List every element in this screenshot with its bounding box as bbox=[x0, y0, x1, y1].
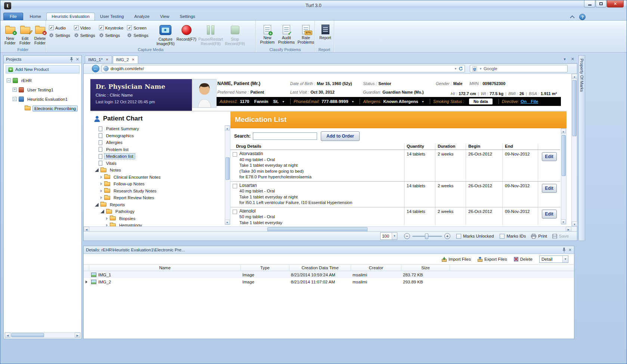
address-dropdown-icon[interactable]: ▼ bbox=[282, 100, 285, 103]
tree-item-label[interactable]: Heuristic Evaluation1 bbox=[25, 96, 69, 102]
collapse-expander-icon[interactable]: − bbox=[13, 97, 17, 101]
property-of-marks-side-tab[interactable]: Property Of Marks bbox=[578, 55, 585, 241]
phone-dropdown-icon[interactable]: ▼ bbox=[352, 100, 354, 103]
allergens-dropdown-icon[interactable]: ▼ bbox=[422, 100, 424, 103]
edit-button[interactable]: Edit bbox=[542, 184, 557, 193]
scrollbar-thumb[interactable] bbox=[572, 80, 577, 136]
search-engine-box[interactable]: g ▼ Google bbox=[470, 65, 568, 72]
expanded-arrow-icon[interactable] bbox=[95, 203, 99, 207]
back-button[interactable]: ← bbox=[92, 65, 99, 72]
chart-item-follow-up-notes[interactable]: Follow-up Notes bbox=[90, 181, 225, 188]
add-to-order-button[interactable]: Add to Order bbox=[321, 131, 360, 141]
zoom-slider[interactable] bbox=[412, 236, 442, 237]
scroll-right-icon[interactable]: ▶ bbox=[75, 333, 80, 338]
project-tree-item-heuristic-evaluation1[interactable]: −Heuristic Evaluation1 bbox=[4, 94, 81, 104]
pin-icon[interactable] bbox=[562, 248, 566, 252]
marks-ids-checkbox-row[interactable]: Marks IDs bbox=[500, 234, 526, 239]
close-panel-icon[interactable]: ✕ bbox=[568, 248, 572, 252]
collapsed-arrow-icon[interactable] bbox=[106, 224, 108, 226]
chart-item-label[interactable]: Demographics bbox=[105, 133, 135, 138]
collapsed-arrow-icon[interactable] bbox=[100, 182, 102, 185]
project-tree-item-user-testing1[interactable]: +User Testing1 bbox=[4, 85, 81, 94]
maximize-button[interactable] bbox=[596, 0, 606, 7]
collapsed-arrow-icon[interactable] bbox=[100, 189, 102, 192]
chart-item-research-study-notes[interactable]: Research Study Notes bbox=[90, 188, 225, 195]
ribbon-tab-file[interactable]: File bbox=[3, 13, 23, 20]
chart-item-label[interactable]: Notes bbox=[108, 167, 122, 173]
directive-link[interactable]: On File bbox=[521, 99, 538, 104]
details-column-creator[interactable]: Creator bbox=[351, 265, 401, 271]
ribbon-tab-settings[interactable]: Settings bbox=[174, 13, 201, 20]
new-problem-button[interactable]: + New Problem bbox=[258, 23, 277, 44]
video-settings-button[interactable]: Settings bbox=[74, 33, 95, 38]
chart-item-label[interactable]: Research Study Notes bbox=[112, 188, 158, 194]
page-vertical-scrollbar[interactable]: ▲ ▼ bbox=[571, 74, 577, 226]
screen-checkbox-row[interactable]: ✓ Screen bbox=[127, 25, 148, 30]
chart-item-label[interactable]: Clinical Encounter Notes bbox=[112, 175, 162, 180]
chart-item-label[interactable]: Hematology bbox=[118, 223, 143, 226]
scrollbar-thumb[interactable] bbox=[11, 333, 44, 337]
scroll-down-icon[interactable]: ▼ bbox=[572, 222, 577, 226]
search-engine-dropdown-icon[interactable]: ▼ bbox=[479, 67, 482, 70]
tree-item-label[interactable]: rEHR bbox=[19, 78, 34, 84]
details-column-name[interactable]: Name bbox=[89, 265, 240, 271]
new-folder-button[interactable]: + New Folder bbox=[3, 24, 18, 45]
ribbon-tab-heuristic-evaluation[interactable]: Heuristic Evaluation bbox=[46, 13, 95, 20]
zoom-out-button[interactable]: − bbox=[404, 233, 410, 239]
chart-item-patient-summary[interactable]: Patient Summary bbox=[90, 125, 225, 132]
keystroke-checkbox-row[interactable]: ✓ Keystroke bbox=[99, 25, 124, 30]
details-column-type[interactable]: Type bbox=[240, 265, 289, 271]
medication-checkbox[interactable] bbox=[233, 184, 237, 188]
close-panel-icon[interactable]: ✕ bbox=[76, 57, 79, 62]
marks-unlocked-checkbox[interactable] bbox=[456, 234, 461, 239]
refresh-icon[interactable] bbox=[459, 66, 463, 71]
audio-checkbox[interactable]: ✓ bbox=[49, 25, 54, 30]
zoom-in-button[interactable]: + bbox=[444, 233, 450, 239]
marks-ids-checkbox[interactable] bbox=[500, 234, 505, 239]
close-tab-icon[interactable]: ✕ bbox=[106, 58, 109, 62]
doc-tab-img2[interactable]: IMG_2 ✕ bbox=[113, 56, 138, 63]
chart-item-report-review-notes[interactable]: Report Review Notes bbox=[90, 194, 225, 201]
screen-settings-button[interactable]: Settings bbox=[127, 33, 148, 38]
import-files-button[interactable]: Import Files bbox=[442, 257, 471, 262]
rate-problems-button[interactable]: 97% Rate Problems bbox=[296, 23, 316, 44]
project-tree-item-electronic-prescribing[interactable]: Electronic Prescribing bbox=[4, 104, 81, 113]
url-field[interactable]: drogith.com/dehr/ ▼ bbox=[102, 65, 465, 72]
chart-item-medication-list[interactable]: Medication list bbox=[90, 153, 225, 160]
chart-item-label[interactable]: Follow-up Notes bbox=[112, 181, 146, 186]
delete-folder-button[interactable]: ✕ Delete Folder bbox=[32, 24, 47, 45]
delete-button[interactable]: Delete bbox=[514, 257, 533, 261]
collapsed-arrow-icon[interactable] bbox=[100, 176, 102, 179]
close-document-icon[interactable]: ✕ bbox=[571, 57, 574, 62]
audio-settings-button[interactable]: Settings bbox=[49, 33, 70, 38]
chart-item-label[interactable]: Pathology bbox=[114, 209, 136, 214]
chart-item-label[interactable]: Allergies bbox=[105, 140, 124, 145]
scroll-up-icon[interactable]: ▲ bbox=[561, 129, 566, 134]
chart-item-label[interactable]: Report Review Notes bbox=[112, 195, 156, 200]
smoking-status-value[interactable]: No data bbox=[469, 98, 493, 104]
scroll-up-icon[interactable]: ▲ bbox=[572, 74, 577, 79]
chart-item-reports[interactable]: Reports bbox=[90, 201, 225, 208]
details-row-img-2[interactable]: IMG_2 Image 8/21/2014 11:07:02 AM msalim… bbox=[84, 278, 574, 285]
edit-folder-button[interactable]: Edit Folder bbox=[18, 24, 32, 45]
tree-item-label[interactable]: User Testing1 bbox=[25, 87, 55, 93]
collapsed-arrow-icon[interactable] bbox=[106, 217, 108, 220]
capture-image-button[interactable]: Capture Image(F5) bbox=[155, 22, 176, 46]
collapse-expander-icon[interactable]: − bbox=[7, 78, 11, 82]
collapse-ribbon-icon[interactable] bbox=[570, 15, 575, 20]
screen-checkbox[interactable]: ✓ bbox=[127, 25, 132, 30]
tab-list-icon[interactable]: ▼ bbox=[563, 57, 567, 61]
zoom-slider-thumb[interactable] bbox=[425, 233, 428, 239]
chart-item-problem-list[interactable]: Problem list bbox=[90, 146, 225, 153]
record-button[interactable]: Record(F7) bbox=[176, 22, 197, 46]
chart-item-label[interactable]: Problem list bbox=[105, 147, 130, 152]
audio-checkbox-row[interactable]: ✓ Audio bbox=[49, 25, 70, 30]
chart-scrollbar[interactable]: ▲ ▼ bbox=[225, 125, 230, 225]
export-files-button[interactable]: Export Files bbox=[478, 257, 507, 262]
marks-unlocked-checkbox-row[interactable]: Marks Unlocked bbox=[456, 234, 494, 239]
chart-item-label[interactable]: Reports bbox=[108, 202, 126, 207]
search-input[interactable] bbox=[253, 132, 317, 140]
chart-item-vitals[interactable]: Vitals bbox=[90, 160, 225, 167]
chart-item-pathology[interactable]: Pathology bbox=[90, 208, 225, 215]
view-mode-combo[interactable]: Detail ▼ bbox=[539, 255, 568, 263]
